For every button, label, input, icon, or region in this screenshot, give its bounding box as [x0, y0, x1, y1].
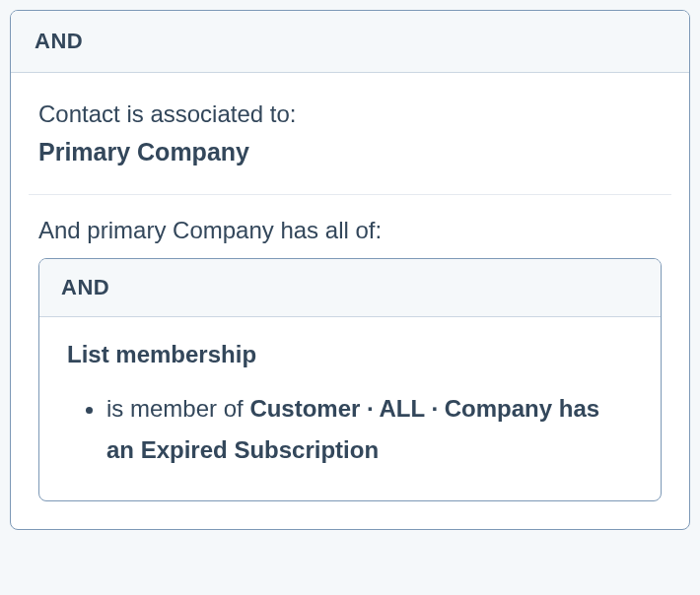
filter-type-title: List membership: [67, 341, 633, 368]
filter-rule-item: is member of Customer · ALL · Company ha…: [106, 388, 633, 471]
filter-rule-list: is member of Customer · ALL · Company ha…: [67, 388, 633, 471]
divider: [29, 194, 671, 195]
association-value: Primary Company: [38, 138, 662, 166]
operator-label-inner: AND: [61, 275, 109, 299]
filter-group-outer: AND Contact is associated to: Primary Co…: [10, 10, 690, 530]
filter-group-body: Contact is associated to: Primary Compan…: [11, 73, 689, 529]
operator-label: AND: [35, 29, 83, 53]
filter-group-inner-body: List membership is member of Customer · …: [39, 317, 661, 500]
operator-header-outer: AND: [11, 11, 689, 73]
sub-condition-label: And primary Company has all of:: [38, 217, 662, 244]
association-label: Contact is associated to:: [38, 97, 662, 132]
rule-prefix: is member of: [106, 395, 249, 422]
filter-group-inner: AND List membership is member of Custome…: [38, 258, 662, 501]
operator-header-inner: AND: [39, 259, 661, 317]
